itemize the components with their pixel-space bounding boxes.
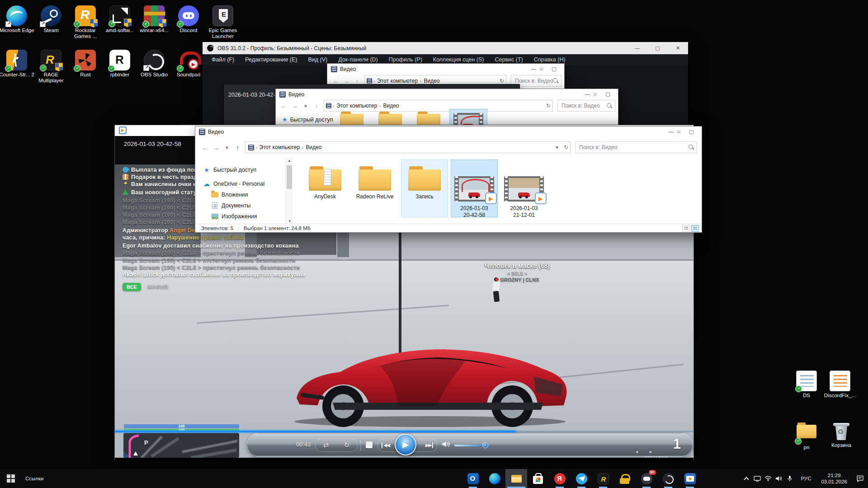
taskbar-movies-tv[interactable] (679, 469, 701, 488)
tray-volume-icon[interactable] (774, 469, 784, 488)
breadcrumb-this-pc[interactable]: Этот компьютер (259, 144, 300, 150)
desktop-icon-rpbinder[interactable]: rpbinder (101, 50, 139, 78)
file-tile-zapis[interactable]: Запись (401, 160, 448, 217)
sidebar-item-quick-access[interactable]: ★ Быстрый доступ (203, 166, 256, 174)
taskbar-microsoft-store[interactable] (527, 469, 549, 488)
forward-button[interactable]: → (211, 144, 222, 151)
close-button[interactable]: ✕ (669, 127, 689, 137)
obs-menu-scene-collection[interactable]: Коллекция сцен (S) (428, 56, 490, 63)
tray-display-icon[interactable] (752, 469, 763, 488)
taskbar-yandex[interactable] (549, 469, 571, 488)
back-button[interactable]: ← (278, 103, 289, 109)
sidebar-item-documents[interactable]: Документы (211, 202, 250, 209)
play-button[interactable]: ▶ (395, 434, 416, 455)
desktop-icon-discordfix[interactable]: DiscordFix_... (821, 371, 859, 399)
details-view-button[interactable] (682, 225, 690, 232)
chat-channel-mafia[interactable]: МАФИЯ (147, 284, 168, 290)
obs-menu-profile[interactable]: Профиль (P) (383, 56, 428, 63)
scroll-down-icon[interactable]: ▼ (288, 219, 292, 223)
desktop-icon-rust[interactable]: Rust (66, 50, 104, 78)
obs-menu-file[interactable]: Файл (F) (206, 56, 240, 63)
chat-channel-switcher[interactable]: ВСЕ МАФИЯ (123, 283, 168, 291)
desktop-icon-discord[interactable]: Discord (170, 5, 208, 33)
dropdown-icon[interactable]: ▾ (300, 103, 311, 109)
address-dropdown-icon[interactable]: ▾ (556, 144, 558, 150)
volume-knob[interactable] (482, 442, 488, 448)
breadcrumb-this-pc[interactable]: Этот компьютер (336, 103, 377, 109)
desktop-icon-microsoft-edge[interactable]: Microsoft Edge (0, 5, 36, 33)
seek-bar[interactable] (115, 431, 693, 432)
desktop-icon-winrar[interactable]: winrar-x64... (135, 5, 173, 33)
forward-button[interactable]: → (289, 103, 300, 109)
clock[interactable]: 21:29 03.01.2026 (816, 472, 852, 485)
up-button[interactable]: ↑ (352, 78, 363, 84)
refresh-icon[interactable]: ↻ (546, 103, 551, 109)
refresh-icon[interactable]: ↻ (564, 144, 568, 150)
language-indicator[interactable]: РУС (795, 476, 816, 481)
breadcrumb-videos[interactable]: Видео (306, 144, 321, 150)
close-button[interactable]: ✕ (531, 64, 552, 74)
volume-icon[interactable] (442, 441, 451, 448)
file-tile-radeon-relive[interactable]: Radeon ReLive (351, 160, 398, 217)
title-bar[interactable]: Видео — ▢ ✕ (327, 64, 564, 74)
obs-menu-edit[interactable]: Редактирование (E) (240, 56, 302, 63)
tray-network-icon[interactable] (763, 469, 774, 488)
volume-slider[interactable] (454, 445, 487, 446)
desktop-icon-rockstar-games[interactable]: Rockstar Games ... (66, 5, 104, 39)
obs-menu-tools[interactable]: Сервис (T) (489, 56, 528, 63)
desktop-icon-counter-strike-2[interactable]: Counter-Str... 2 (0, 50, 36, 78)
scroll-up-icon[interactable]: ▲ (286, 159, 293, 163)
taskbar-rockstar[interactable] (592, 469, 614, 488)
sidebar-item-onedrive[interactable]: ☁ OneDrive - Personal (203, 180, 264, 188)
taskbar-lock-app[interactable] (614, 469, 636, 488)
sidebar-scrollbar[interactable]: ▲ ▼ (285, 157, 293, 225)
scrollbar-thumb[interactable] (287, 165, 292, 189)
address-bar[interactable]: ›Этот компьютер ›Видео ▾ ↻ (245, 141, 571, 153)
up-button[interactable]: ↑ (311, 103, 322, 109)
file-tile-video-1-selected[interactable]: ▶ 2026-01-0320-42-58 (451, 160, 498, 217)
file-tile-video-2[interactable]: ▶ 2026-01-0321-12-01 (500, 160, 547, 217)
quick-access-item[interactable]: ★ Быстрый доступ (282, 116, 333, 123)
taskbar-discord[interactable]: 9+ (636, 469, 657, 488)
chat-channel-all-badge[interactable]: ВСЕ (123, 283, 141, 291)
breadcrumb-videos[interactable]: Видео (424, 78, 439, 84)
breadcrumb-videos[interactable]: Видео (383, 103, 399, 109)
taskbar-edge[interactable] (484, 469, 505, 488)
refresh-icon[interactable]: ↻ (500, 78, 504, 84)
close-button[interactable]: ✕ (585, 89, 605, 99)
taskbar-file-explorer[interactable] (505, 469, 527, 488)
desktop-icon-epic-games[interactable]: Epic Games Launcher (204, 5, 242, 39)
desktop-icon-ds[interactable]: DS (788, 371, 826, 399)
taskbar-obs[interactable] (657, 469, 679, 488)
next-button[interactable]: ▶▶ (425, 442, 433, 448)
title-bar[interactable]: Видео — ▢ ✕ (195, 127, 702, 137)
taskbar-telegram[interactable] (571, 469, 592, 488)
obs-title-bar[interactable]: OBS 31.0.2 - Профиль: Безымянный - Сцены… (203, 42, 688, 54)
shuffle-button[interactable]: ⇄ (323, 441, 329, 449)
search-box[interactable]: Поиск в: Видео (575, 141, 697, 153)
hidden-icons-chevron[interactable] (741, 469, 752, 488)
taskbar-outlook[interactable] (462, 469, 484, 488)
sidebar-item-pictures[interactable]: Изображения (211, 213, 257, 220)
action-center-icon[interactable] (852, 469, 868, 488)
obs-menu-docks[interactable]: Док-панели (D) (333, 56, 383, 63)
thumbnails-view-button[interactable] (691, 225, 699, 232)
minimize-button[interactable]: — (627, 42, 647, 54)
search-box[interactable]: Поиск в: Видео (557, 100, 615, 112)
stop-button[interactable] (366, 441, 373, 448)
repeat-button[interactable]: ↻ (344, 441, 350, 449)
desktop-icon-steam[interactable]: Steam (32, 5, 70, 33)
recent-locations-dropdown-icon[interactable]: ▾ (222, 144, 232, 151)
address-bar[interactable]: ›Этот компьютер ›Видео ↻ (324, 100, 553, 112)
up-button[interactable]: ↑ (232, 144, 243, 151)
start-button[interactable] (0, 469, 22, 488)
maximize-button[interactable]: ▢ (647, 42, 668, 54)
breadcrumb-this-pc[interactable]: Этот компьютер (377, 78, 418, 84)
back-button[interactable]: ← (330, 78, 341, 84)
desktop-icon-rage-multiplayer[interactable]: RAGE Multiplayer (32, 50, 70, 84)
obs-menu-view[interactable]: Вид (V) (303, 56, 333, 63)
title-bar[interactable]: Видео — ▢ ✕ (276, 89, 618, 99)
file-tile-anydesk[interactable]: AnyDesk (302, 160, 349, 217)
links-toolbar[interactable]: Ссылки (25, 476, 44, 481)
sidebar-item-attachments[interactable]: Вложения (211, 192, 248, 198)
